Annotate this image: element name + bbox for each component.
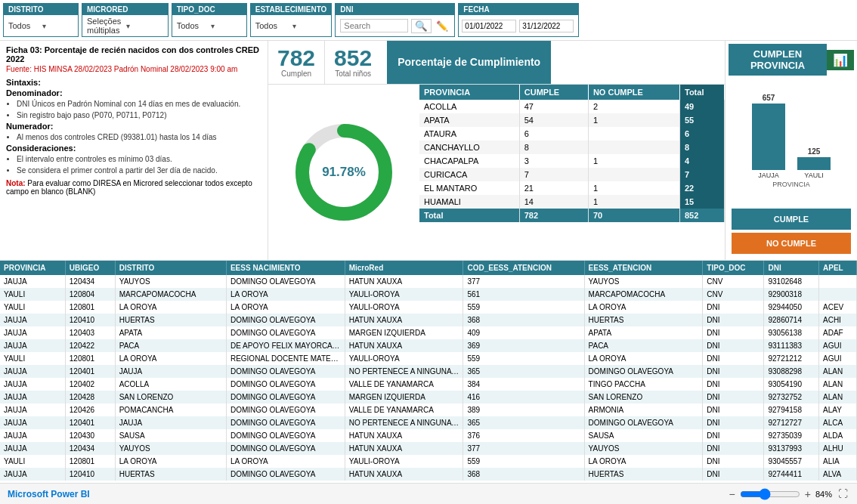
info-note: Nota: Para evaluar como DIRESA en Micror… — [6, 179, 261, 196]
district-total-row: Total78270852 — [419, 209, 725, 222]
cumple-legend-button[interactable]: CUMPLE — [732, 209, 851, 230]
info-source: Fuente: HIS MINSA 28/02/2023 Padrón Nomi… — [6, 65, 261, 73]
stat-cumple: 782 Cumplen — [268, 41, 324, 84]
district-table-row: CURICACA77 — [419, 168, 725, 181]
filter-microred-select[interactable]: Seleções múltiplas ▾ — [82, 15, 168, 36]
filter-distrito-value: Todos — [8, 21, 39, 30]
cumple-label: Cumplen — [281, 70, 311, 78]
district-table-row: APATA54155 — [419, 113, 725, 127]
col-total: Total — [680, 85, 725, 100]
table-row: JAUJA120410HUERTASDOMINGO OLAVEGOYAHATUN… — [0, 468, 857, 481]
col-distrito: PROVINCIA — [419, 85, 519, 100]
table-row: JAUJA120422PACADE APOYO FELIX MAYORCA SO… — [0, 339, 857, 352]
denominador-item-1: DNI Únicos en Padrón Nominal con 14 días… — [17, 99, 261, 110]
bar-yauli-label: YAULI — [804, 172, 823, 179]
nota-text: Para evaluar como DIRESA en Microred sel… — [6, 179, 252, 196]
donut-container: 91.78% — [268, 85, 419, 260]
zoom-controls: − + 84% ⛶ — [729, 487, 849, 501]
table-row: YAULI120801LA OROYALA OROYAYAULI-OROYA55… — [0, 455, 857, 468]
bottom-bar: Microsoft Power BI − + 84% ⛶ — [0, 483, 857, 504]
filter-tipo-doc-select[interactable]: Todos ▾ — [172, 15, 246, 36]
table-row: JAUJA120434YAUYOSDOMINGO OLAVEGOYAHATUN … — [0, 442, 857, 455]
chevron-down-icon: ▾ — [292, 22, 326, 30]
denominador-label: Denominador: — [6, 88, 261, 97]
filter-fecha-label: Fecha — [459, 4, 578, 15]
sintaxis-label: Sintaxis: — [6, 78, 261, 87]
chevron-down-icon: ▾ — [42, 22, 73, 30]
filter-dni: DNI 🔍 ✏️ — [335, 3, 455, 37]
consideraciones-item-1: El intervalo entre controles es mínimo 0… — [17, 154, 261, 165]
numerador-item-1: Al menos dos controles CRED (99381.01) h… — [17, 132, 261, 143]
filter-tipo-doc-label: TIPO_DOC — [172, 4, 246, 15]
filter-tipo-doc-value: Todos — [177, 21, 208, 30]
table-row: YAULI120801LA OROYALA OROYAYAULI-OROYA55… — [0, 301, 857, 314]
district-table-container: PROVINCIA CUMPLE NO CUMPLE Total ACOLLA4… — [419, 85, 725, 260]
provincia-x-label: PROVINCIA — [772, 181, 810, 188]
th-eess-atencion: EESS_ATENCION — [584, 261, 703, 275]
th-ubigeo: UBIGEO — [65, 261, 115, 275]
district-table-row: ATAURA66 — [419, 127, 725, 141]
search-button[interactable]: 🔍 — [411, 19, 432, 33]
excel-export-button[interactable]: 📊 — [827, 50, 854, 70]
district-table-row: ACOLLA47249 — [419, 100, 725, 113]
donut-percentage: 91.78% — [322, 165, 366, 180]
nota-label: Nota: — [6, 179, 27, 187]
zoom-plus-button[interactable]: + — [805, 488, 811, 500]
table-row: JAUJA120410HUERTASDOMINGO OLAVEGOYAHATUN… — [0, 314, 857, 326]
bar-jauja-label: JAUJA — [758, 172, 779, 179]
district-table-row: CANCHAYLLO88 — [419, 141, 725, 154]
filter-distrito: DISTRITO Todos ▾ — [3, 3, 79, 37]
numerador-label: Numerador: — [6, 122, 261, 131]
th-tipo-doc: TIPO_DOC — [703, 261, 764, 275]
consideraciones-body: El intervalo entre controles es mínimo 0… — [6, 154, 261, 176]
district-table-row: EL MANTARO21122 — [419, 181, 725, 195]
stat-total: 852 Total niños — [325, 41, 381, 84]
powerbi-link[interactable]: Microsoft Power BI — [8, 489, 90, 499]
search-input[interactable] — [340, 19, 408, 32]
zoom-minus-button[interactable]: − — [729, 488, 735, 500]
excel-icon: 📊 — [833, 53, 848, 67]
filter-distrito-label: DISTRITO — [4, 4, 78, 15]
numerador-body: Al menos dos controles CRED (99381.01) h… — [6, 132, 261, 143]
info-panel: Ficha 03: Porcentaje de recién nacidos c… — [0, 41, 268, 260]
table-row: YAULI120801LA OROYAREGIONAL DOCENTE MATE… — [0, 352, 857, 365]
middle-content: 91.78% PROVINCIA CUMPLE NO CUMPLE Total — [268, 85, 725, 260]
th-distrito: DISTRITO — [115, 261, 226, 275]
provincia-title: CUMPLEN PROVINCIA — [729, 44, 827, 76]
filter-establecimiento: Establecimiento Todos ▾ — [250, 3, 333, 37]
denominador-body: DNI Únicos en Padrón Nominal con 14 días… — [6, 99, 261, 121]
filter-distrito-select[interactable]: Todos ▾ — [4, 15, 78, 36]
filter-fecha-range — [459, 15, 578, 36]
no-cumple-legend-button[interactable]: NO CUMPLE — [732, 233, 851, 254]
filter-establecimiento-select[interactable]: Todos ▾ — [251, 15, 332, 36]
total-value: 852 — [334, 47, 372, 70]
filter-fecha: Fecha — [458, 3, 579, 37]
porcentaje-label: Porcentaje de Cumplimiento — [387, 41, 551, 84]
table-row: YAULI120804MARCAPOMACOCHALA OROYAYAULI-O… — [0, 288, 857, 301]
fecha-to-input[interactable] — [519, 20, 574, 32]
cumple-value: 782 — [277, 47, 315, 70]
zoom-slider[interactable] — [740, 488, 800, 500]
th-eess-nacimiento: EESS NACIMIENTO — [226, 261, 345, 275]
filter-microred-label: MicroRed — [82, 4, 168, 15]
filter-microred: MicroRed Seleções múltiplas ▾ — [82, 3, 169, 37]
fullscreen-icon[interactable]: ⛶ — [837, 487, 849, 501]
chevron-down-icon: ▾ — [126, 22, 162, 30]
filter-dni-search: 🔍 ✏️ — [336, 15, 454, 36]
data-table-container: PROVINCIA UBIGEO DISTRITO EESS NACIMIENT… — [0, 260, 857, 483]
bar-jauja-bar — [752, 104, 785, 170]
consideraciones-item-2: Se considera el primer control a partir … — [17, 165, 261, 176]
info-title: Ficha 03: Porcentaje de recién nacidos c… — [6, 45, 261, 63]
table-row: JAUJA120430SAUSADOMINGO OLAVEGOYAHATUN X… — [0, 429, 857, 442]
col-nocumple: NO CUMPLE — [588, 85, 679, 100]
th-microred: MicroRed — [345, 261, 463, 275]
district-table-row: CHACAPALPA314 — [419, 154, 725, 168]
table-row: JAUJA120402ACOLLADOMINGO OLAVEGOYAVALLE … — [0, 378, 857, 391]
fecha-from-input[interactable] — [462, 20, 516, 32]
total-label: Total niños — [335, 70, 371, 78]
bar-yauli-value: 125 — [808, 147, 821, 156]
th-cod-eess: COD_EESS_ATENCION — [463, 261, 584, 275]
data-table: PROVINCIA UBIGEO DISTRITO EESS NACIMIENT… — [0, 261, 857, 481]
pencil-icon[interactable]: ✏️ — [435, 19, 450, 33]
filter-establecimiento-label: Establecimiento — [251, 4, 332, 15]
